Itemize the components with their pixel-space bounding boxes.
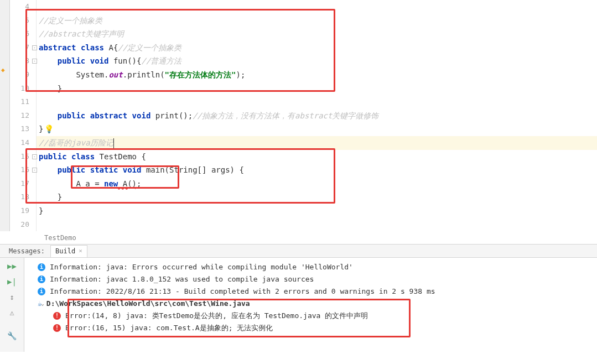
error-icon: ! <box>53 324 61 332</box>
messages-tree[interactable]: i Information: java: Errors occurred whi… <box>24 258 597 352</box>
code-line <box>37 0 597 14</box>
tool-window-title: Messages: <box>0 245 50 258</box>
editor-left-strip: ◆ <box>0 0 10 231</box>
tab-label: Build <box>55 245 75 257</box>
line-number: 12 <box>10 109 36 123</box>
code-line: public static void main(String[] args) { <box>37 163 597 177</box>
code-line: abstract class A{//定义一个抽象类 <box>37 41 597 55</box>
code-line: } <box>37 190 597 204</box>
line-number: 9 <box>10 68 36 82</box>
breadcrumb-bar[interactable]: TestDemo <box>0 231 597 245</box>
bookmark-icon: ◆ <box>1 66 5 74</box>
tab-build[interactable]: Build × <box>50 245 87 257</box>
tool-window-sidebar: ▶▶ ▶| ↕ ⚠ 🔧 <box>0 258 24 352</box>
run-to-icon[interactable]: ▶| <box>6 275 18 288</box>
intention-bulb-icon[interactable]: 💡 <box>44 124 54 133</box>
code-line: //定义一个抽象类 <box>37 14 597 28</box>
message-info[interactable]: i Information: javac 1.8.0_152 was used … <box>38 273 593 285</box>
line-number: 6 <box>10 27 36 41</box>
code-line: public class TestDemo { <box>37 150 597 164</box>
info-icon: i <box>38 275 45 283</box>
code-line <box>37 218 597 232</box>
breadcrumb-item[interactable]: TestDemo <box>44 234 76 242</box>
line-number: 16- <box>10 163 36 177</box>
line-number: 17 <box>10 177 36 191</box>
line-number: 20 <box>10 218 36 232</box>
line-number-gutter[interactable]: 4 5 6 7- 8- 9 10 11 12 13 14 15- 16- 17 … <box>10 0 37 231</box>
message-file-node[interactable]: ⌄ ☕ D:\WorkSpaces\HelloWorld\src\com\Tes… <box>38 298 593 310</box>
warning-filter-icon[interactable]: ⚠ <box>6 306 18 319</box>
code-line: System.out.println("存在方法体的方法"); <box>37 68 597 82</box>
code-line: //abstract关键字声明 <box>37 27 597 41</box>
settings-icon[interactable]: 🔧 <box>6 330 18 342</box>
code-line: public void fun(){//普通方法 <box>37 54 597 68</box>
line-number: 14 <box>10 136 36 150</box>
line-number: 4 <box>10 0 36 14</box>
line-number: 19 <box>10 204 36 218</box>
line-number: 15- <box>10 150 36 164</box>
rerun-icon[interactable]: ▶▶ <box>6 260 18 272</box>
line-number: 18 <box>10 190 36 204</box>
info-icon: i <box>38 288 45 295</box>
message-info[interactable]: i Information: java: Errors occurred whi… <box>38 261 593 273</box>
code-line: } <box>37 82 597 96</box>
line-number: 10 <box>10 82 36 96</box>
code-line: }💡 <box>37 122 597 136</box>
code-line: public abstract void print();//抽象方法，没有方法… <box>37 109 597 123</box>
message-error[interactable]: ! Error:(16, 15) java: com.Test.A是抽象的; 无… <box>38 322 593 334</box>
code-content[interactable]: //定义一个抽象类 //abstract关键字声明 abstract class… <box>37 0 597 231</box>
code-line <box>37 95 597 109</box>
line-number: 7- <box>10 41 36 55</box>
line-number: 5 <box>10 14 36 28</box>
code-line: } <box>37 204 597 218</box>
message-error[interactable]: ! Error:(14, 8) java: 类TestDemo是公共的, 应在名… <box>38 310 593 322</box>
error-icon: ! <box>53 312 61 320</box>
code-editor[interactable]: ◆ 4 5 6 7- 8- 9 10 11 12 13 14 15- 16- 1… <box>0 0 597 231</box>
close-icon[interactable]: × <box>79 245 82 257</box>
line-number: 11 <box>10 95 36 109</box>
code-line: //磊哥的java历险记 <box>37 136 597 150</box>
messages-tool-window: ▶▶ ▶| ↕ ⚠ 🔧 i Information: java: Errors … <box>0 258 597 352</box>
line-number: 13 <box>10 122 36 136</box>
message-info[interactable]: i Information: 2022/8/16 21:13 - Build c… <box>38 285 593 298</box>
info-icon: i <box>38 263 45 271</box>
text-cursor <box>113 138 114 148</box>
expand-icon[interactable]: ↕ <box>6 291 18 303</box>
tree-collapse-icon[interactable]: ⌄ <box>41 298 44 310</box>
line-number: 8- <box>10 54 36 68</box>
code-line: A a = new A(); <box>37 177 597 191</box>
tool-window-header: Messages: Build × <box>0 245 597 258</box>
